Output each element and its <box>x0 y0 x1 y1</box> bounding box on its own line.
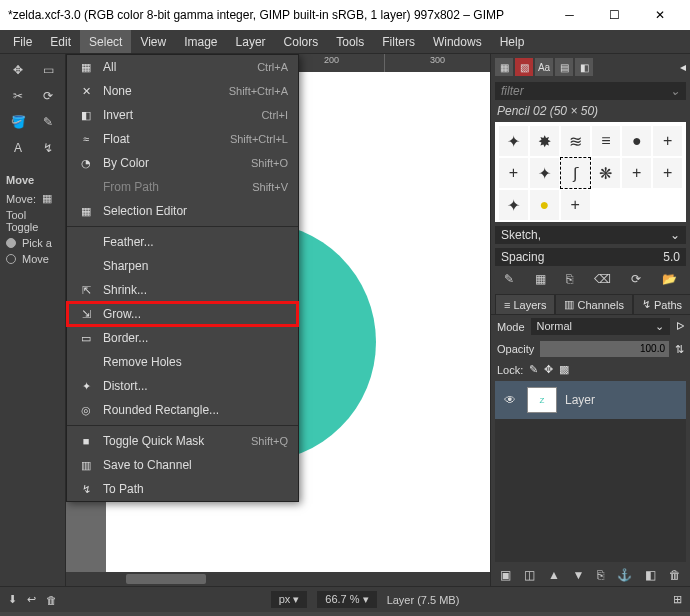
layer-icon[interactable]: ▦ <box>42 192 52 205</box>
raise-layer-icon[interactable]: ▲ <box>548 568 560 582</box>
dock-menu-icon[interactable]: ◂ <box>680 60 686 74</box>
merge-down-icon[interactable]: ⚓ <box>617 568 632 582</box>
menu-edit[interactable]: Edit <box>41 30 80 53</box>
download-icon[interactable]: ⬇ <box>8 593 17 606</box>
brush-item[interactable]: + <box>653 158 682 188</box>
menu-item-none[interactable]: ✕NoneShift+Ctrl+A <box>67 79 298 103</box>
tool-rect-select-icon[interactable]: ▭ <box>34 58 62 82</box>
tool-crop-icon[interactable]: ✂ <box>4 84 32 108</box>
open-folder-icon[interactable]: 📂 <box>662 272 677 286</box>
brush-grid[interactable]: ✦ ✸ ≋ ≡ ● + + ✦ ʃ ❋ + + ✦ ● + <box>495 122 686 222</box>
refresh-brush-icon[interactable]: ⟳ <box>631 272 641 286</box>
dock-tab-icon[interactable]: ▦ <box>495 58 513 76</box>
layer-name[interactable]: Layer <box>565 393 595 407</box>
menu-layer[interactable]: Layer <box>227 30 275 53</box>
radio-pick[interactable] <box>6 238 16 248</box>
brush-item[interactable]: + <box>622 158 651 188</box>
close-button[interactable]: ✕ <box>637 0 682 30</box>
tab-paths[interactable]: ↯Paths <box>633 294 690 314</box>
menu-item-toggle-quick-mask[interactable]: ■Toggle Quick MaskShift+Q <box>67 429 298 453</box>
brush-item[interactable]: ✦ <box>499 190 528 220</box>
menu-image[interactable]: Image <box>175 30 226 53</box>
menu-item-to-path[interactable]: ↯To Path <box>67 477 298 501</box>
tab-channels[interactable]: ▥Channels <box>555 294 632 314</box>
brush-filter-input[interactable]: filter ⌄ <box>495 82 686 100</box>
revert-icon[interactable]: ↩ <box>27 593 36 606</box>
delete-icon[interactable]: 🗑 <box>46 594 57 606</box>
menu-item-invert[interactable]: ◧InvertCtrl+I <box>67 103 298 127</box>
lock-position-icon[interactable]: ✥ <box>544 363 553 376</box>
menu-item-float[interactable]: ≈FloatShift+Ctrl+L <box>67 127 298 151</box>
new-layer-icon[interactable]: ▣ <box>500 568 511 582</box>
menu-filters[interactable]: Filters <box>373 30 424 53</box>
tool-bucket-icon[interactable]: 🪣 <box>4 110 32 134</box>
menu-item-border[interactable]: ▭Border... <box>67 326 298 350</box>
brush-category-select[interactable]: Sketch, ⌄ <box>495 226 686 244</box>
radio-move[interactable] <box>6 254 16 264</box>
menu-item-grow[interactable]: ⇲Grow... <box>67 302 298 326</box>
menu-item-shrink[interactable]: ⇱Shrink... <box>67 278 298 302</box>
brush-item[interactable]: ✦ <box>530 158 559 188</box>
minimize-button[interactable]: ─ <box>547 0 592 30</box>
duplicate-brush-icon[interactable]: ⎘ <box>566 272 573 286</box>
menu-item-sharpen[interactable]: Sharpen <box>67 254 298 278</box>
lock-alpha-icon[interactable]: ▩ <box>559 363 569 376</box>
brush-item[interactable]: ● <box>530 190 559 220</box>
spacing-field[interactable]: Spacing 5.0 <box>495 248 686 266</box>
delete-brush-icon[interactable]: ⌫ <box>594 272 611 286</box>
blend-mode-select[interactable]: Normal ⌄ <box>531 318 670 335</box>
menu-item-rounded-rectangle[interactable]: ◎Rounded Rectangle... <box>67 398 298 422</box>
menu-item-remove-holes[interactable]: Remove Holes <box>67 350 298 374</box>
unit-select[interactable]: px ▾ <box>271 591 308 608</box>
dock-tab-icon[interactable]: ◧ <box>575 58 593 76</box>
menu-help[interactable]: Help <box>491 30 534 53</box>
new-brush-icon[interactable]: ▦ <box>535 272 546 286</box>
brush-item[interactable]: + <box>653 126 682 156</box>
dock-tab-icon[interactable]: Aa <box>535 58 553 76</box>
brush-item[interactable]: ≡ <box>592 126 621 156</box>
layer-group-icon[interactable]: ◫ <box>524 568 535 582</box>
menu-colors[interactable]: Colors <box>275 30 328 53</box>
brush-item[interactable]: ● <box>622 126 651 156</box>
edit-brush-icon[interactable]: ✎ <box>504 272 514 286</box>
brush-item[interactable]: ʃ <box>561 158 590 188</box>
tab-layers[interactable]: ≡Layers <box>495 294 555 314</box>
menu-item-distort[interactable]: ✦Distort... <box>67 374 298 398</box>
menu-windows[interactable]: Windows <box>424 30 491 53</box>
layer-row[interactable]: 👁 Z Layer <box>495 381 686 419</box>
scrollbar-horizontal[interactable] <box>66 572 490 586</box>
menu-item-save-to-channel[interactable]: ▥Save to Channel <box>67 453 298 477</box>
brush-item[interactable]: + <box>561 190 590 220</box>
duplicate-layer-icon[interactable]: ⎘ <box>597 568 604 582</box>
nav-icon[interactable]: ⊞ <box>673 593 682 606</box>
dock-tab-icon[interactable]: ▧ <box>515 58 533 76</box>
brush-item[interactable]: ✦ <box>499 126 528 156</box>
lock-pixels-icon[interactable]: ✎ <box>529 363 538 376</box>
mode-reset-icon[interactable]: ᐅ <box>676 320 684 333</box>
visibility-eye-icon[interactable]: 👁 <box>501 393 519 407</box>
tool-rotate-icon[interactable]: ⟳ <box>34 84 62 108</box>
tool-text-icon[interactable]: A <box>4 136 32 160</box>
opacity-stepper-icon[interactable]: ⇅ <box>675 343 684 356</box>
tool-pencil-icon[interactable]: ✎ <box>34 110 62 134</box>
mask-icon[interactable]: ◧ <box>645 568 656 582</box>
brush-item[interactable]: ❋ <box>592 158 621 188</box>
menu-item-feather[interactable]: Feather... <box>67 230 298 254</box>
tool-path-icon[interactable]: ↯ <box>34 136 62 160</box>
menu-select[interactable]: Select <box>80 30 131 53</box>
tool-move-icon[interactable]: ✥ <box>4 58 32 82</box>
menu-file[interactable]: File <box>4 30 41 53</box>
brush-item[interactable]: ✸ <box>530 126 559 156</box>
opacity-slider[interactable]: 100.0 <box>540 341 669 357</box>
lower-layer-icon[interactable]: ▼ <box>573 568 585 582</box>
menu-view[interactable]: View <box>131 30 175 53</box>
brush-item[interactable]: + <box>499 158 528 188</box>
dock-tab-icon[interactable]: ▤ <box>555 58 573 76</box>
maximize-button[interactable]: ☐ <box>592 0 637 30</box>
menu-tools[interactable]: Tools <box>327 30 373 53</box>
menu-item-selection-editor[interactable]: ▦Selection Editor <box>67 199 298 223</box>
menu-item-all[interactable]: ▦AllCtrl+A <box>67 55 298 79</box>
zoom-select[interactable]: 66.7 % ▾ <box>317 591 376 608</box>
menu-item-by-color[interactable]: ◔By ColorShift+O <box>67 151 298 175</box>
brush-item[interactable]: ≋ <box>561 126 590 156</box>
